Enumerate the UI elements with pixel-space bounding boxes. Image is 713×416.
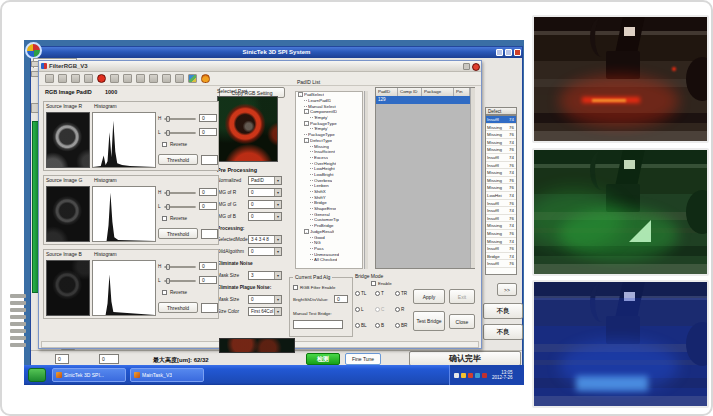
grid-selected-row[interactable]: 129: [376, 96, 470, 104]
bridge-radio-br[interactable]: BR: [395, 323, 407, 328]
bridge-radio-c[interactable]: C: [375, 307, 384, 312]
bridge-radio-t[interactable]: T: [375, 291, 384, 296]
defect-row[interactable]: InsuffI76: [486, 162, 516, 170]
image-icon[interactable]: [188, 74, 197, 83]
bridge-enable-checkbox[interactable]: [371, 281, 376, 286]
h-slider[interactable]: [164, 192, 196, 194]
fine-tune-button[interactable]: Fine Tune: [345, 353, 381, 365]
taskbar-item-1[interactable]: SinicTek 3D SPI...: [52, 368, 126, 382]
tree-expander-icon[interactable]: -: [304, 229, 309, 234]
reverse-checkbox[interactable]: [162, 142, 167, 147]
bridge-radio-b[interactable]: B: [375, 323, 384, 328]
defect-row[interactable]: InsuffI74: [486, 154, 516, 162]
l-value-field[interactable]: 0: [199, 202, 217, 210]
chevron-down-icon[interactable]: ▾: [274, 201, 281, 208]
taskbar-item-2[interactable]: MainTask_V3: [130, 368, 204, 382]
l-slider[interactable]: [164, 206, 196, 208]
paste-icon[interactable]: [84, 74, 93, 83]
chevron-down-icon[interactable]: ▾: [274, 213, 281, 220]
defect-row[interactable]: InsuffI74: [486, 116, 516, 124]
l-slider[interactable]: [164, 132, 196, 134]
window-title-bar[interactable]: SinicTek 3D SPI System: [31, 47, 522, 58]
defect-row[interactable]: InsuffI76: [486, 245, 516, 253]
exit-button[interactable]: Exit: [449, 289, 475, 304]
chevron-down-icon[interactable]: ▾: [274, 296, 281, 303]
bright-div-field[interactable]: 0: [334, 295, 348, 303]
h-value-field[interactable]: 0: [199, 188, 217, 196]
defect-row[interactable]: Missing74: [486, 139, 516, 147]
open-icon[interactable]: [45, 74, 54, 83]
minimize-button[interactable]: [496, 49, 503, 56]
dialog-minimize-button[interactable]: [463, 63, 470, 70]
apply-button[interactable]: Apply: [413, 289, 445, 304]
radio-icon[interactable]: [395, 307, 400, 312]
chevron-down-icon[interactable]: ▾: [274, 308, 281, 315]
threshold-value-field[interactable]: [201, 155, 218, 165]
defect-row[interactable]: InsuffI76: [486, 215, 516, 223]
defect-row[interactable]: InsuffI74: [486, 207, 516, 215]
dialog-title-bar[interactable]: FilterRGB_V3: [39, 61, 481, 72]
close-button[interactable]: [514, 49, 521, 56]
confirm-button[interactable]: 确认完毕: [409, 351, 521, 366]
flame-icon[interactable]: [201, 74, 210, 83]
chevron-down-icon[interactable]: ▾: [274, 272, 281, 279]
ng-button-1[interactable]: 不良: [483, 303, 523, 319]
radio-icon[interactable]: [375, 323, 380, 328]
radio-icon[interactable]: [375, 307, 380, 312]
save-icon[interactable]: [58, 74, 67, 83]
tree-expander-icon[interactable]: -: [304, 109, 309, 114]
close-dialog-button[interactable]: Close: [449, 314, 475, 329]
chevron-down-icon[interactable]: ▾: [274, 189, 281, 196]
bridge-radio-r[interactable]: R: [395, 307, 404, 312]
defect-row[interactable]: Missing74: [486, 222, 516, 230]
pp-dropdown-img-of-g[interactable]: 0▾: [248, 200, 282, 209]
h-slider[interactable]: [164, 266, 196, 268]
network-icon[interactable]: [454, 373, 459, 378]
tree-item[interactable]: All Checked: [296, 257, 362, 263]
h-slider-thumb[interactable]: [166, 264, 170, 270]
l-value-field[interactable]: 0: [199, 128, 217, 136]
bridge-radio-tr[interactable]: TR: [395, 291, 407, 296]
threshold-button[interactable]: Threshold: [158, 302, 198, 313]
tree-scrollbar[interactable]: [364, 91, 368, 269]
l-value-field[interactable]: 0: [199, 276, 217, 284]
pp-dropdown-normalized[interactable]: PadID▾: [248, 176, 282, 185]
bridge-radio-tl[interactable]: TL: [355, 291, 366, 296]
grid-scrollbar[interactable]: [470, 88, 475, 268]
defect-row[interactable]: Bridge74: [486, 253, 516, 261]
pp-dropdown-mask-size[interactable]: 0▾: [248, 295, 282, 304]
defect-row[interactable]: Missing76: [486, 177, 516, 185]
value-field-1[interactable]: 0: [55, 354, 69, 364]
record-icon[interactable]: [97, 74, 106, 83]
pp-dropdown-mask-size[interactable]: 3▾: [248, 271, 282, 280]
ng-button-2[interactable]: 不良: [483, 324, 523, 340]
threshold-button[interactable]: Threshold: [158, 228, 198, 239]
pp-dropdown-size-color[interactable]: First 64Col▾: [248, 307, 282, 316]
radio-icon[interactable]: [395, 291, 400, 296]
pp-dropdown-dildalgoithm[interactable]: 0▾: [248, 247, 282, 256]
tree-expander-icon[interactable]: -: [304, 121, 309, 126]
update-icon[interactable]: [461, 373, 466, 378]
threshold-button[interactable]: Threshold: [158, 154, 198, 165]
h-value-field[interactable]: 0: [199, 262, 217, 270]
value-field-2[interactable]: 0: [99, 354, 119, 364]
reverse-checkbox[interactable]: [162, 290, 167, 295]
l-slider-thumb[interactable]: [166, 204, 170, 210]
result-thumbnail[interactable]: [219, 338, 295, 353]
dialog-close-button[interactable]: [472, 63, 480, 71]
reverse-checkbox[interactable]: [162, 216, 167, 221]
pp-dropdown-selectedmode[interactable]: 3 4 3 4 8▾: [248, 235, 282, 244]
bridge-radio-bl[interactable]: BL: [355, 323, 367, 328]
defect-row[interactable]: Missing76: [486, 230, 516, 238]
l-slider-thumb[interactable]: [166, 278, 170, 284]
threshold-value-field[interactable]: [201, 229, 218, 239]
maximize-button[interactable]: [505, 49, 512, 56]
defect-row[interactable]: Missing74: [486, 238, 516, 246]
defect-row[interactable]: InsuffI76: [486, 260, 516, 268]
more-button[interactable]: >>: [497, 283, 517, 296]
defect-row[interactable]: Missing76: [486, 124, 516, 132]
defect-row[interactable]: InsuffI76: [486, 200, 516, 208]
antivirus-icon[interactable]: [468, 373, 473, 378]
radio-icon[interactable]: [375, 291, 380, 296]
ime-icon[interactable]: [482, 373, 487, 378]
